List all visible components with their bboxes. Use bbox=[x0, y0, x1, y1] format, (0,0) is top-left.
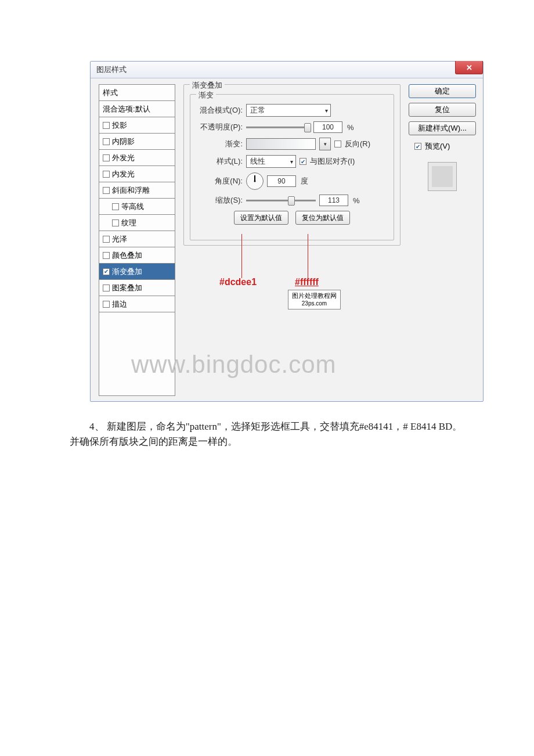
scale-value[interactable]: 113 bbox=[319, 195, 348, 206]
checkbox-icon[interactable] bbox=[103, 236, 110, 243]
styles-list: 样式 混合选项:默认 投影 内阴影 外发光 bbox=[99, 84, 175, 396]
reverse-checkbox[interactable] bbox=[334, 141, 341, 147]
set-default-button[interactable]: 设置为默认值 bbox=[234, 211, 288, 225]
style-inner-glow[interactable]: 内发光 bbox=[99, 166, 175, 182]
cancel-button[interactable]: 复位 bbox=[409, 103, 476, 117]
percent-unit: % bbox=[353, 196, 360, 205]
titlebar: 图层样式 ✕ bbox=[91, 62, 483, 78]
gradient-label: 渐变: bbox=[196, 139, 243, 149]
style-pattern-overlay[interactable]: 图案叠加 bbox=[99, 280, 175, 296]
preview-swatch bbox=[428, 162, 457, 191]
style-contour[interactable]: 等高线 bbox=[99, 199, 175, 215]
checkbox-icon[interactable] bbox=[112, 219, 119, 226]
style-stroke[interactable]: 描边 bbox=[99, 296, 175, 312]
style-satin[interactable]: 光泽 bbox=[99, 231, 175, 247]
percent-unit: % bbox=[347, 123, 354, 132]
group-legend-outer: 渐变叠加 bbox=[190, 80, 225, 91]
checkbox-icon[interactable] bbox=[103, 301, 110, 308]
preview-checkbox[interactable]: ✔ bbox=[414, 143, 421, 150]
checkbox-icon[interactable] bbox=[103, 252, 110, 259]
checkbox-icon[interactable] bbox=[112, 203, 119, 210]
new-style-button[interactable]: 新建样式(W)... bbox=[409, 121, 476, 135]
opacity-value[interactable]: 100 bbox=[313, 121, 342, 133]
ok-button[interactable]: 确定 bbox=[409, 84, 476, 98]
scale-slider[interactable] bbox=[246, 196, 316, 204]
reverse-label: 反向(R) bbox=[345, 139, 370, 149]
layer-style-dialog: 图层样式 ✕ 样式 混合选项:默认 投影 bbox=[90, 61, 484, 402]
gradient-overlay-group: 渐变叠加 渐变 混合模式(O): 正常 bbox=[183, 84, 400, 246]
align-label: 与图层对齐(I) bbox=[310, 156, 355, 167]
preview-label: 预览(V) bbox=[425, 141, 450, 152]
checkbox-icon[interactable] bbox=[103, 285, 110, 291]
gradient-dropdown-button[interactable]: ▾ bbox=[319, 138, 331, 150]
group-legend-inner: 渐变 bbox=[196, 90, 216, 100]
blend-mode-dropdown[interactable]: 正常 bbox=[246, 104, 331, 117]
reset-default-button[interactable]: 复位为默认值 bbox=[295, 211, 350, 225]
checkbox-icon[interactable] bbox=[103, 154, 110, 161]
watermark-small: 图片处理教程网 23ps.com bbox=[288, 290, 341, 309]
annotation-color1: #dcdee1 bbox=[219, 277, 257, 287]
styles-header[interactable]: 样式 bbox=[99, 85, 175, 101]
style-gradient-overlay[interactable]: ✔ 渐变叠加 bbox=[99, 264, 175, 280]
annotation-color2: #ffffff bbox=[295, 277, 319, 287]
checkbox-icon[interactable] bbox=[103, 138, 110, 145]
close-icon: ✕ bbox=[466, 63, 472, 72]
dialog-title: 图层样式 bbox=[96, 64, 127, 75]
checkbox-icon[interactable] bbox=[103, 171, 110, 178]
body-paragraph: 4、 新建图层，命名为"pattern"，选择矩形选框工具，交替填充#e8414… bbox=[70, 419, 464, 449]
style-dropdown[interactable]: 线性 bbox=[246, 155, 296, 168]
opacity-slider[interactable] bbox=[246, 123, 310, 131]
blend-mode-label: 混合模式(O): bbox=[196, 105, 243, 116]
blending-options[interactable]: 混合选项:默认 bbox=[99, 101, 175, 117]
dialog-right-column: 确定 复位 新建样式(W)... ✔ 预览(V) bbox=[409, 84, 476, 396]
checkbox-icon[interactable] bbox=[103, 122, 110, 129]
style-outer-glow[interactable]: 外发光 bbox=[99, 150, 175, 166]
angle-label: 角度(N): bbox=[196, 176, 243, 186]
watermark-big: www.bingdoc.com bbox=[131, 351, 336, 379]
annotation-line bbox=[241, 234, 242, 278]
angle-control[interactable] bbox=[246, 172, 264, 190]
settings-panel: 渐变叠加 渐变 混合模式(O): 正常 bbox=[183, 84, 400, 396]
gradient-group: 渐变 混合模式(O): 正常 bbox=[190, 94, 394, 240]
style-inner-shadow[interactable]: 内阴影 bbox=[99, 134, 175, 150]
scale-label: 缩放(S): bbox=[196, 195, 243, 206]
opacity-label: 不透明度(P): bbox=[196, 122, 243, 132]
checkbox-icon[interactable]: ✔ bbox=[103, 268, 110, 275]
align-checkbox[interactable]: ✔ bbox=[300, 158, 306, 165]
gradient-preview[interactable] bbox=[246, 138, 316, 150]
style-drop-shadow[interactable]: 投影 bbox=[99, 117, 175, 134]
angle-value[interactable]: 90 bbox=[267, 175, 296, 187]
angle-unit: 度 bbox=[301, 176, 308, 186]
style-texture[interactable]: 纹理 bbox=[99, 215, 175, 231]
close-button[interactable]: ✕ bbox=[455, 61, 483, 74]
style-label: 样式(L): bbox=[196, 156, 243, 167]
style-bevel-emboss[interactable]: 斜面和浮雕 bbox=[99, 182, 175, 199]
style-color-overlay[interactable]: 颜色叠加 bbox=[99, 247, 175, 264]
checkbox-icon[interactable] bbox=[103, 187, 110, 194]
